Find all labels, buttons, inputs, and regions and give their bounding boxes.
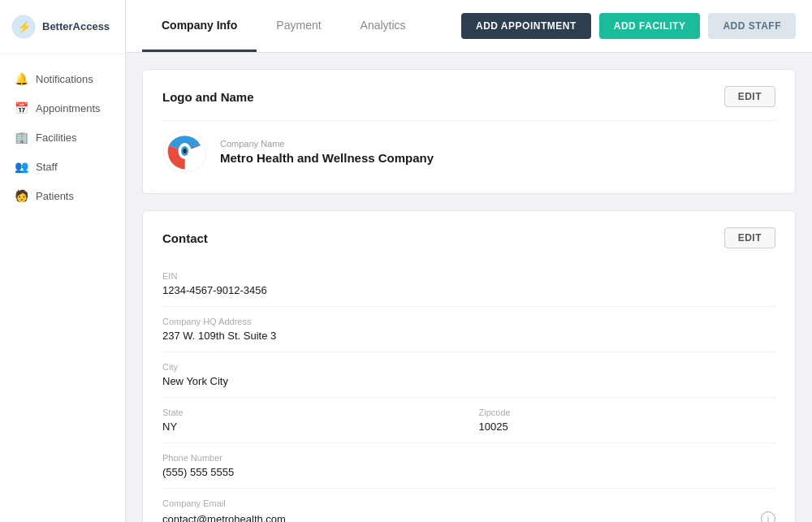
company-name-block: Company Name Metro Health and Wellness C… (220, 139, 434, 165)
logo-icon: ⚡ (11, 15, 36, 39)
logo-card-title: Logo and Name (162, 90, 254, 104)
app-name: BetterAccess (42, 20, 110, 33)
address-value: 237 W. 109th St. Suite 3 (162, 330, 775, 342)
sidebar-label-patients: Patients (36, 190, 74, 202)
bell-icon: 🔔 (15, 72, 28, 85)
field-address: Company HQ Address 237 W. 109th St. Suit… (162, 307, 775, 352)
add-appointment-button[interactable]: ADD APPOINTMENT (461, 13, 591, 39)
zip-label: Zipcode (479, 408, 776, 417)
add-facility-button[interactable]: ADD FACILITY (599, 13, 701, 39)
city-label: City (162, 362, 775, 372)
contact-card-title: Contact (162, 231, 208, 245)
logo-name-card: Logo and Name EDIT (142, 69, 796, 194)
state-block: State NY (162, 408, 460, 433)
sidebar-label-appointments: Appointments (36, 102, 101, 114)
sidebar-label-notifications: Notifications (36, 73, 93, 85)
header-actions: ADD APPOINTMENT ADD FACILITY ADD STAFF (461, 13, 796, 39)
company-logo-image (162, 129, 207, 174)
email-value: contact@metrohealth.com (162, 513, 286, 523)
tab-bar: Company Info Payment Analytics (142, 0, 425, 52)
field-city: City New York City (162, 352, 775, 398)
logo-section: Company Name Metro Health and Wellness C… (162, 121, 775, 177)
sidebar-item-appointments[interactable]: 📅 Appointments (0, 93, 125, 123)
zip-value: 10025 (479, 421, 776, 433)
page-header: Company Info Payment Analytics ADD APPOI… (126, 0, 812, 53)
sidebar-item-notifications[interactable]: 🔔 Notifications (0, 64, 125, 93)
sidebar-item-staff[interactable]: 👥 Staff (0, 152, 125, 181)
state-label: State (162, 408, 460, 417)
email-info-icon[interactable]: i (761, 511, 775, 522)
svg-text:⚡: ⚡ (17, 20, 32, 34)
field-phone: Phone Number (555) 555 5555 (162, 443, 775, 489)
logo-card-header: Logo and Name EDIT (162, 86, 775, 107)
sidebar: ⚡ BetterAccess 🔔 Notifications 📅 Appoint… (0, 0, 126, 522)
phone-value: (555) 555 5555 (162, 466, 775, 478)
zip-block: Zipcode 10025 (479, 408, 776, 433)
city-value: New York City (162, 375, 775, 387)
patient-icon: 🧑 (15, 189, 28, 202)
app-logo: ⚡ BetterAccess (0, 0, 125, 54)
svg-point-5 (184, 149, 187, 153)
sidebar-item-facilities[interactable]: 🏢 Facilities (0, 123, 125, 152)
sidebar-label-staff: Staff (36, 161, 58, 173)
logo-edit-button[interactable]: EDIT (724, 86, 775, 107)
tab-analytics[interactable]: Analytics (341, 0, 425, 52)
ein-value: 1234-4567-9012-3456 (162, 284, 775, 296)
calendar-icon: 📅 (15, 101, 28, 114)
contact-card: Contact EDIT EIN 1234-4567-9012-3456 Com… (142, 210, 796, 522)
field-ein: EIN 1234-4567-9012-3456 (162, 261, 775, 307)
state-value: NY (162, 421, 460, 433)
sidebar-item-patients[interactable]: 🧑 Patients (0, 181, 125, 210)
email-label: Company Email (162, 498, 775, 508)
add-staff-button[interactable]: ADD STAFF (708, 13, 796, 39)
contact-edit-button[interactable]: EDIT (724, 227, 775, 248)
tab-payment[interactable]: Payment (257, 0, 340, 52)
contact-card-header: Contact EDIT (162, 227, 775, 248)
company-name-value: Metro Health and Wellness Company (220, 151, 434, 165)
phone-label: Phone Number (162, 453, 775, 463)
page-content: Logo and Name EDIT (126, 53, 812, 522)
field-state-zip: State NY Zipcode 10025 (162, 398, 775, 443)
building-icon: 🏢 (15, 131, 28, 144)
tab-company-info[interactable]: Company Info (142, 0, 257, 52)
field-email: Company Email contact@metrohealth.com i (162, 489, 775, 522)
sidebar-label-facilities: Facilities (36, 132, 77, 144)
address-label: Company HQ Address (162, 317, 775, 326)
sidebar-nav: 🔔 Notifications 📅 Appointments 🏢 Facilit… (0, 54, 125, 220)
main-area: Company Info Payment Analytics ADD APPOI… (126, 0, 812, 522)
ein-label: EIN (162, 271, 775, 281)
staff-icon: 👥 (15, 160, 28, 173)
company-name-label: Company Name (220, 139, 434, 149)
email-value-row: contact@metrohealth.com i (162, 511, 775, 522)
